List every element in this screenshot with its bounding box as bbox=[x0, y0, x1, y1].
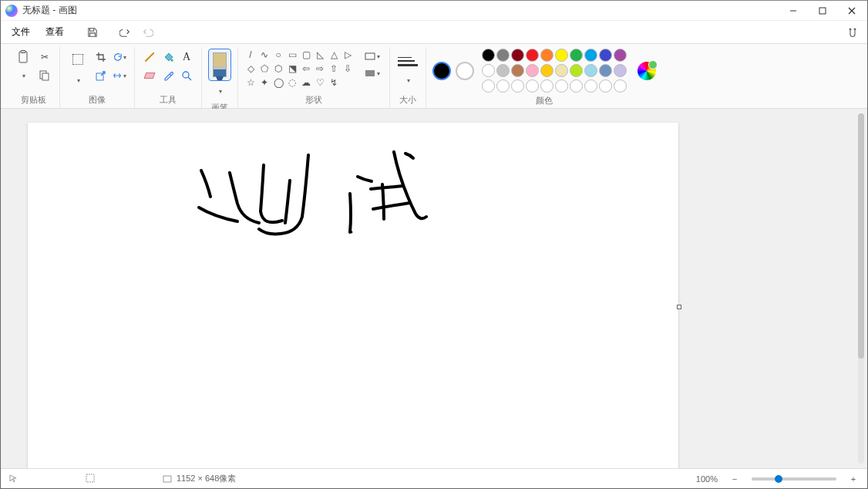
shape-11[interactable]: ⬔ bbox=[286, 62, 298, 75]
select-tool[interactable] bbox=[66, 49, 89, 70]
flip-icon bbox=[113, 70, 122, 81]
crop-icon bbox=[96, 52, 106, 62]
pencil-tool[interactable] bbox=[141, 49, 158, 66]
shape-outline[interactable]: ▾ bbox=[362, 49, 383, 64]
color-swatch[interactable] bbox=[511, 64, 524, 77]
color-swatch[interactable] bbox=[482, 49, 495, 62]
shape-7[interactable]: ▷ bbox=[341, 49, 354, 61]
minimize-button[interactable] bbox=[781, 2, 806, 20]
color-2[interactable] bbox=[456, 62, 474, 80]
shape-22[interactable]: ↯ bbox=[328, 76, 340, 89]
outline-icon bbox=[365, 52, 375, 60]
brush-dropdown[interactable]: ▾ bbox=[211, 83, 228, 99]
brush-tool[interactable] bbox=[208, 49, 231, 81]
menu-file[interactable]: 文件 bbox=[5, 22, 36, 42]
color-swatch[interactable] bbox=[540, 64, 553, 77]
color-swatch[interactable] bbox=[614, 64, 627, 77]
shape-23[interactable] bbox=[341, 76, 354, 89]
rotate-button[interactable]: ▾ bbox=[111, 49, 128, 66]
shape-20[interactable]: ☁ bbox=[300, 76, 312, 89]
canvas[interactable] bbox=[28, 123, 678, 468]
scrollbar-vertical[interactable] bbox=[858, 113, 864, 464]
copy-button[interactable] bbox=[36, 67, 53, 84]
color-swatch[interactable] bbox=[482, 79, 495, 93]
shape-4[interactable]: ▢ bbox=[300, 49, 312, 61]
size-button[interactable] bbox=[396, 49, 419, 70]
shape-0[interactable]: / bbox=[244, 49, 257, 61]
shape-fill[interactable]: ▾ bbox=[362, 66, 383, 81]
flip-button[interactable]: ▾ bbox=[111, 67, 128, 84]
color-swatch[interactable] bbox=[584, 49, 597, 62]
shape-5[interactable]: ◺ bbox=[314, 49, 326, 61]
eraser-tool[interactable] bbox=[141, 67, 158, 84]
color-1[interactable] bbox=[432, 62, 451, 80]
shape-12[interactable]: ⇦ bbox=[300, 62, 312, 75]
rotate-icon bbox=[113, 52, 122, 62]
color-swatch[interactable] bbox=[555, 79, 568, 93]
color-swatch[interactable] bbox=[540, 49, 553, 62]
shape-13[interactable]: ⇨ bbox=[314, 62, 326, 75]
shape-6[interactable]: △ bbox=[328, 49, 340, 61]
zoom-in-button[interactable]: + bbox=[847, 474, 860, 484]
redo-button[interactable] bbox=[138, 22, 158, 42]
color-swatch[interactable] bbox=[511, 79, 524, 93]
color-swatch[interactable] bbox=[482, 64, 495, 77]
cut-button[interactable] bbox=[36, 49, 53, 66]
crop-button[interactable] bbox=[93, 49, 109, 66]
shape-21[interactable]: ♡ bbox=[314, 76, 326, 89]
color-swatch[interactable] bbox=[526, 64, 539, 77]
color-swatch[interactable] bbox=[570, 79, 583, 93]
color-swatch[interactable] bbox=[526, 49, 539, 62]
menu-view[interactable]: 查看 bbox=[39, 22, 70, 42]
shape-10[interactable]: ⬡ bbox=[272, 62, 284, 75]
color-swatch[interactable] bbox=[526, 79, 539, 93]
maximize-button[interactable] bbox=[810, 2, 835, 20]
color-swatch[interactable] bbox=[540, 79, 553, 93]
shape-3[interactable]: ▭ bbox=[286, 49, 298, 61]
color-swatch[interactable] bbox=[496, 49, 510, 62]
paste-dropdown[interactable]: ▾ bbox=[15, 67, 32, 84]
paste-button[interactable] bbox=[13, 49, 33, 66]
canvas-resize-handle-right[interactable] bbox=[677, 305, 681, 309]
color-swatch[interactable] bbox=[584, 64, 597, 77]
undo-button[interactable] bbox=[115, 22, 135, 42]
zoom-slider[interactable] bbox=[752, 477, 836, 481]
color-swatch[interactable] bbox=[614, 79, 627, 93]
shape-9[interactable]: ⬠ bbox=[258, 62, 271, 75]
save-button[interactable] bbox=[82, 22, 103, 42]
color-swatch[interactable] bbox=[555, 64, 568, 77]
zoom-tool[interactable] bbox=[178, 67, 195, 84]
select-dropdown[interactable]: ▾ bbox=[69, 72, 86, 89]
color-swatch[interactable] bbox=[584, 79, 597, 93]
color-swatch[interactable] bbox=[496, 64, 510, 77]
shape-18[interactable]: ◯ bbox=[272, 76, 284, 89]
color-swatch[interactable] bbox=[496, 79, 510, 93]
color-swatch[interactable] bbox=[614, 49, 627, 62]
zoom-out-button[interactable]: − bbox=[728, 474, 741, 484]
shape-8[interactable]: ◇ bbox=[244, 62, 257, 75]
titlebar: 无标题 - 画图 bbox=[1, 1, 867, 21]
color-swatch[interactable] bbox=[599, 49, 612, 62]
resize-button[interactable] bbox=[93, 67, 109, 84]
shape-2[interactable]: ○ bbox=[272, 49, 284, 61]
color-swatch[interactable] bbox=[511, 49, 524, 62]
shape-15[interactable]: ⇩ bbox=[341, 62, 354, 75]
color-swatch[interactable] bbox=[599, 79, 612, 93]
color-swatch[interactable] bbox=[570, 64, 583, 77]
picker-tool[interactable] bbox=[160, 67, 177, 84]
color-swatch[interactable] bbox=[555, 49, 568, 62]
text-icon bbox=[183, 51, 190, 63]
edit-colors-button[interactable] bbox=[638, 62, 656, 80]
color-swatch[interactable] bbox=[570, 49, 583, 62]
shape-14[interactable]: ⇧ bbox=[328, 62, 340, 75]
size-dropdown[interactable]: ▾ bbox=[399, 72, 416, 89]
shape-1[interactable]: ∿ bbox=[258, 49, 271, 61]
fill-tool[interactable] bbox=[160, 49, 177, 66]
shape-17[interactable]: ✦ bbox=[258, 76, 271, 89]
settings-button[interactable] bbox=[843, 22, 863, 42]
shape-16[interactable]: ☆ bbox=[244, 76, 257, 89]
close-button[interactable] bbox=[839, 2, 864, 20]
text-tool[interactable] bbox=[178, 49, 195, 66]
shape-19[interactable]: ◌ bbox=[286, 76, 298, 89]
color-swatch[interactable] bbox=[599, 64, 612, 77]
